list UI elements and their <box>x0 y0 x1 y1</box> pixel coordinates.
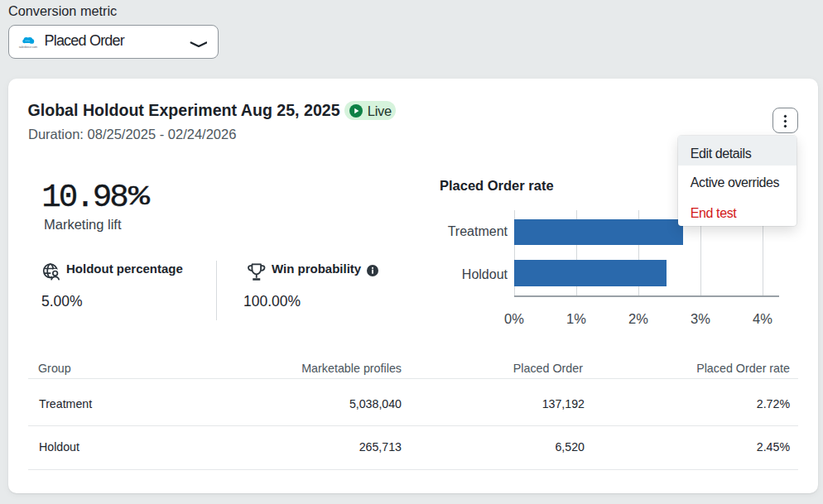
svg-text:salesforce·com: salesforce·com <box>19 46 38 49</box>
